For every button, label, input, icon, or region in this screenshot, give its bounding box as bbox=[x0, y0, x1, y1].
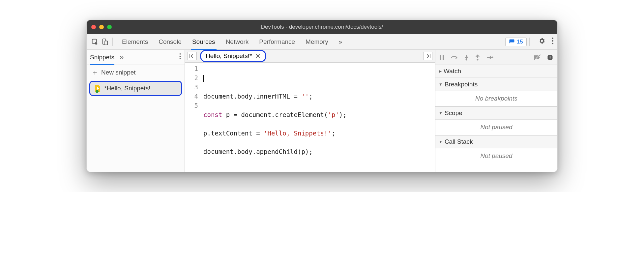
svg-point-3 bbox=[552, 38, 553, 39]
svg-rect-9 bbox=[440, 55, 441, 60]
inspect-element-icon[interactable] bbox=[90, 37, 100, 47]
svg-point-4 bbox=[552, 40, 553, 42]
step-icon[interactable] bbox=[486, 55, 493, 60]
tab-network[interactable]: Network bbox=[225, 34, 249, 49]
divider bbox=[112, 38, 113, 46]
debugger-toolbar bbox=[435, 50, 557, 65]
code-line[interactable]: p.textContent = 'Hello, Snippets!'; bbox=[203, 129, 435, 138]
device-toolbar-icon[interactable] bbox=[100, 37, 110, 47]
history-forward-icon[interactable] bbox=[423, 52, 432, 60]
more-menu-icon[interactable] bbox=[551, 37, 554, 46]
code-editor[interactable]: 1 2 3 4 5 document.body.innerHTML = ''; … bbox=[185, 63, 435, 172]
deactivate-breakpoints-icon[interactable] bbox=[534, 54, 541, 60]
pause-icon[interactable] bbox=[439, 54, 445, 60]
window-close-button[interactable] bbox=[91, 25, 96, 29]
breakpoints-body: No breakpoints bbox=[435, 91, 557, 106]
issues-count: 15 bbox=[517, 39, 523, 45]
close-tab-icon[interactable]: ✕ bbox=[255, 52, 261, 60]
svg-rect-2 bbox=[105, 41, 107, 45]
tab-overflow-icon[interactable]: » bbox=[338, 34, 343, 49]
expand-down-icon: ▼ bbox=[439, 139, 443, 144]
traffic-lights bbox=[91, 25, 112, 29]
debugger-sidebar: ▶ Watch ▼ Breakpoints No breakpoints ▼ S… bbox=[435, 50, 557, 172]
callstack-body: Not paused bbox=[435, 148, 557, 164]
titlebar: DevTools - developer.chrome.com/docs/dev… bbox=[87, 20, 557, 34]
snippet-item-label: *Hello, Snippets! bbox=[104, 85, 150, 92]
code-line[interactable] bbox=[203, 73, 435, 82]
settings-gear-icon[interactable] bbox=[538, 37, 545, 46]
sidebar-header: Snippets » bbox=[87, 50, 185, 65]
expand-down-icon: ▼ bbox=[439, 111, 443, 115]
tab-console[interactable]: Console bbox=[158, 34, 182, 49]
sidebar-overflow-icon[interactable]: » bbox=[120, 53, 124, 62]
scope-section-header[interactable]: ▼ Scope bbox=[435, 106, 557, 120]
tab-memory[interactable]: Memory bbox=[305, 34, 329, 49]
svg-point-5 bbox=[552, 43, 553, 44]
editor-tab-label: Hello, Snippets!* bbox=[206, 52, 252, 60]
watch-section-header[interactable]: ▶ Watch bbox=[435, 65, 557, 78]
new-snippet-button[interactable]: ＋ New snippet bbox=[87, 65, 185, 80]
sidebar-tab-snippets[interactable]: Snippets bbox=[90, 54, 114, 61]
breakpoints-section-header[interactable]: ▼ Breakpoints bbox=[435, 78, 557, 91]
plus-icon: ＋ bbox=[91, 68, 99, 77]
line-gutter: 1 2 3 4 5 bbox=[185, 64, 201, 172]
svg-point-13 bbox=[492, 56, 493, 58]
svg-point-6 bbox=[180, 53, 181, 55]
unsaved-dot-icon bbox=[96, 90, 99, 93]
panel-tabs: Elements Console Sources Network Perform… bbox=[121, 34, 343, 49]
sidebar-more-icon[interactable] bbox=[179, 53, 181, 61]
step-into-icon[interactable] bbox=[464, 54, 469, 61]
svg-point-12 bbox=[477, 59, 479, 60]
history-back-icon[interactable] bbox=[188, 52, 197, 60]
tab-elements[interactable]: Elements bbox=[121, 34, 149, 49]
snippet-item[interactable]: *Hello, Snippets! bbox=[89, 81, 182, 96]
code-line[interactable]: const p = document.createElement('p'); bbox=[203, 110, 435, 119]
window-minimize-button[interactable] bbox=[99, 25, 104, 29]
window-zoom-button[interactable] bbox=[107, 25, 112, 29]
editor-tab[interactable]: Hello, Snippets!* ✕ bbox=[200, 50, 266, 62]
devtools-tab-strip: Elements Console Sources Network Perform… bbox=[87, 34, 557, 50]
divider bbox=[529, 38, 530, 46]
svg-rect-16 bbox=[550, 56, 550, 58]
new-snippet-label: New snippet bbox=[101, 69, 136, 76]
sources-panel: Snippets » ＋ New snippet *Hello, Snippet… bbox=[87, 50, 557, 172]
devtools-window: DevTools - developer.chrome.com/docs/dev… bbox=[86, 20, 558, 172]
svg-point-8 bbox=[180, 58, 181, 59]
expand-right-icon: ▶ bbox=[439, 69, 442, 74]
window-title: DevTools - developer.chrome.com/docs/dev… bbox=[87, 24, 557, 30]
svg-rect-10 bbox=[443, 55, 444, 60]
callstack-section-header[interactable]: ▼ Call Stack bbox=[435, 135, 557, 148]
tab-sources[interactable]: Sources bbox=[191, 34, 216, 49]
expand-down-icon: ▼ bbox=[439, 82, 443, 87]
tab-performance[interactable]: Performance bbox=[258, 34, 296, 49]
editor-tab-bar: Hello, Snippets!* ✕ bbox=[185, 50, 435, 63]
svg-point-7 bbox=[180, 56, 181, 57]
code-line[interactable]: document.body.innerHTML = ''; bbox=[203, 92, 435, 101]
issues-badge[interactable]: 15 bbox=[505, 38, 527, 46]
sidebar: Snippets » ＋ New snippet *Hello, Snippet… bbox=[87, 50, 185, 172]
svg-rect-17 bbox=[550, 58, 550, 59]
step-over-icon[interactable] bbox=[451, 54, 458, 60]
editor-column: Hello, Snippets!* ✕ 1 2 3 4 5 document.b… bbox=[185, 50, 435, 172]
step-out-icon[interactable] bbox=[475, 54, 480, 61]
svg-point-11 bbox=[466, 59, 467, 60]
pause-exceptions-icon[interactable] bbox=[547, 54, 553, 61]
scope-body: Not paused bbox=[435, 120, 557, 135]
code-line[interactable]: document.body.appendChild(p); bbox=[203, 147, 435, 156]
code-content[interactable]: document.body.innerHTML = ''; const p = … bbox=[201, 64, 435, 172]
